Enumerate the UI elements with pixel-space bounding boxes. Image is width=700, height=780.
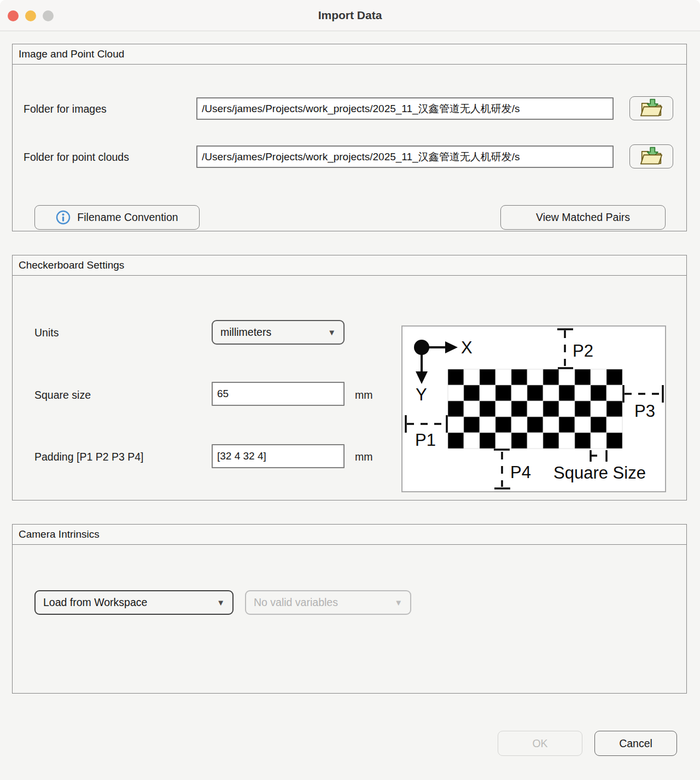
units-label: Units: [34, 327, 59, 339]
info-icon: [56, 210, 71, 225]
title-bar: Import Data: [0, 0, 700, 31]
p1-label: P1: [415, 430, 436, 450]
x-axis-arrow-icon: [445, 341, 458, 353]
checkerboard-diagram: X Y P2 P3: [401, 325, 666, 492]
checkerboard-diagram-svg: X Y P2 P3: [402, 327, 665, 491]
units-dropdown[interactable]: millimeters ▼: [212, 320, 345, 345]
section-title-checkerboard: Checkerboard Settings: [13, 255, 686, 276]
square-size-label: Square size: [34, 389, 91, 401]
view-matched-pairs-label: View Matched Pairs: [536, 211, 630, 224]
p3-label: P3: [634, 401, 655, 421]
window-title: Import Data: [0, 0, 700, 31]
padding-unit: mm: [355, 451, 373, 463]
section-title-image-point-cloud: Image and Point Cloud: [13, 44, 686, 65]
import-data-dialog: Import Data Image and Point Cloud Folder…: [0, 0, 700, 780]
browse-pointclouds-button[interactable]: [629, 144, 673, 168]
section-title-camera-intrinsics: Camera Intrinsics: [13, 525, 686, 545]
checkerboard-squares: [448, 369, 622, 449]
units-value: millimeters: [220, 326, 271, 339]
section-image-point-cloud: Image and Point Cloud Folder for images …: [12, 44, 687, 231]
square-size-input[interactable]: [212, 382, 345, 406]
x-axis-label: X: [461, 338, 472, 357]
p4-label: P4: [510, 463, 531, 482]
intrinsics-source-value: Load from Workspace: [43, 596, 147, 609]
browse-images-button[interactable]: [629, 96, 673, 120]
folder-pointclouds-label: Folder for point clouds: [24, 151, 129, 164]
square-size-caption: Square Size: [553, 463, 646, 482]
ok-button: OK: [498, 731, 582, 756]
y-axis-label: Y: [416, 385, 427, 404]
ok-button-label: OK: [532, 737, 547, 750]
open-folder-icon: [638, 145, 664, 167]
folder-pointclouds-input[interactable]: [196, 145, 614, 168]
intrinsics-variables-value: No valid variables: [254, 596, 338, 609]
intrinsics-source-dropdown[interactable]: Load from Workspace ▼: [34, 590, 234, 615]
square-size-unit: mm: [355, 389, 373, 401]
section-checkerboard-settings: Checkerboard Settings Units millimeters …: [12, 255, 687, 500]
cancel-button[interactable]: Cancel: [594, 731, 677, 756]
section-camera-intrinsics: Camera Intrinsics Load from Workspace ▼ …: [12, 524, 687, 694]
chevron-down-icon: ▼: [217, 598, 225, 607]
cancel-button-label: Cancel: [619, 737, 652, 750]
filename-convention-button[interactable]: Filename Convention: [34, 205, 200, 230]
y-axis-arrow-icon: [416, 371, 428, 384]
open-folder-icon: [638, 97, 664, 119]
folder-images-input[interactable]: [196, 97, 614, 120]
view-matched-pairs-button[interactable]: View Matched Pairs: [500, 205, 666, 230]
padding-input[interactable]: [212, 444, 345, 468]
folder-images-label: Folder for images: [24, 103, 107, 115]
chevron-down-icon: ▼: [394, 598, 402, 607]
filename-convention-label: Filename Convention: [77, 211, 178, 224]
intrinsics-variables-dropdown: No valid variables ▼: [245, 590, 411, 615]
p2-label: P2: [573, 341, 593, 360]
padding-label: Padding [P1 P2 P3 P4]: [34, 451, 143, 463]
chevron-down-icon: ▼: [328, 328, 336, 337]
